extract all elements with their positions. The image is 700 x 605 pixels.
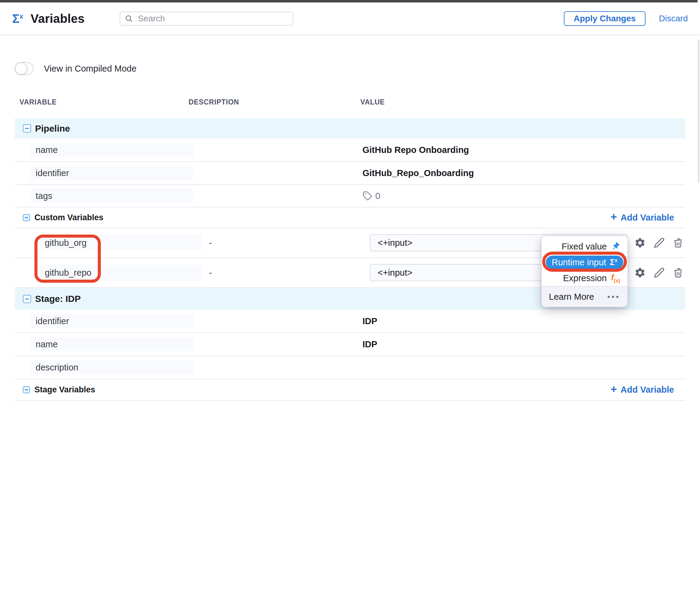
- value-pipeline-identifier: GitHub_Repo_Onboarding: [362, 168, 474, 178]
- variable-label-identifier: identifier: [30, 314, 194, 328]
- variables-panel: Σx Variables Apply Changes Discard View …: [0, 0, 700, 605]
- row-pipeline-name: name GitHub Repo Onboarding: [15, 138, 685, 162]
- vertical-scrollbar[interactable]: [698, 40, 699, 183]
- compiled-mode-toggle[interactable]: [15, 62, 33, 75]
- search-input[interactable]: [120, 11, 293, 26]
- row-stage-name: name IDP: [15, 333, 685, 356]
- row-actions: [634, 237, 683, 249]
- description-empty: -: [209, 238, 212, 248]
- section-pipeline: Pipeline: [15, 118, 685, 138]
- menu-footer: Learn More •••: [542, 286, 627, 307]
- subsection-custom-variables: Custom Variables + Add Variable: [15, 207, 685, 228]
- variable-label-name: name: [30, 143, 194, 157]
- add-variable-button[interactable]: + Add Variable: [610, 384, 674, 396]
- settings-gear-icon[interactable]: [634, 267, 646, 278]
- variable-label-github-repo: github_repo: [40, 265, 202, 281]
- expression-label: Expression: [563, 273, 606, 283]
- value-pipeline-name: GitHub Repo Onboarding: [362, 145, 469, 155]
- edit-pencil-icon[interactable]: [654, 267, 665, 278]
- compiled-mode-row: View in Compiled Mode: [15, 61, 136, 76]
- more-options-dots-icon[interactable]: •••: [607, 292, 620, 302]
- subsection-stage-variables: Stage Variables + Add Variable: [15, 379, 685, 401]
- row-stage-description: description: [15, 356, 685, 379]
- variable-label-description: description: [30, 360, 194, 374]
- search-box: [120, 11, 293, 26]
- subsection-title-stage-variables: Stage Variables: [34, 385, 95, 395]
- menu-item-runtime-input[interactable]: Runtime input Σx: [546, 256, 623, 269]
- fixed-value-label: Fixed value: [562, 242, 607, 252]
- row-actions: [634, 267, 683, 278]
- subsection-title-custom-variables: Custom Variables: [34, 213, 104, 222]
- add-variable-label: Add Variable: [621, 212, 674, 223]
- top-dark-bar: [0, 0, 698, 2]
- delete-trash-icon[interactable]: [673, 237, 683, 248]
- menu-item-fixed-value[interactable]: Fixed value: [542, 238, 627, 254]
- edit-pencil-icon[interactable]: [654, 237, 665, 248]
- toggle-knob: [15, 63, 27, 74]
- panel-header: Σx Variables Apply Changes Discard: [0, 2, 700, 35]
- column-header-description: DESCRIPTION: [189, 98, 239, 106]
- variable-label-tags: tags: [30, 189, 194, 203]
- row-stage-identifier: identifier IDP: [15, 310, 685, 333]
- add-variable-button[interactable]: + Add Variable: [610, 212, 674, 223]
- row-pipeline-tags: tags 0: [15, 185, 685, 207]
- page-title: Variables: [30, 12, 84, 26]
- collapse-icon[interactable]: [23, 386, 30, 393]
- value-pipeline-tags: 0: [362, 191, 380, 201]
- learn-more-link[interactable]: Learn More: [549, 292, 594, 302]
- runtime-input-label: Runtime input: [552, 257, 606, 268]
- table-column-headers: VARIABLE DESCRIPTION VALUE: [15, 98, 685, 110]
- section-title-stage-idp: Stage: IDP: [35, 294, 81, 304]
- delete-trash-icon[interactable]: [673, 267, 683, 278]
- runtime-sigma-icon: Σx: [12, 12, 23, 25]
- tags-count: 0: [375, 191, 380, 201]
- apply-changes-button[interactable]: Apply Changes: [564, 11, 646, 26]
- pin-icon: [609, 240, 622, 253]
- search-icon: [125, 14, 133, 23]
- section-title-pipeline: Pipeline: [35, 123, 70, 134]
- plus-icon: +: [610, 211, 617, 222]
- header-actions: Apply Changes Discard: [564, 11, 688, 26]
- add-variable-label: Add Variable: [621, 385, 674, 395]
- column-header-variable: VARIABLE: [20, 98, 57, 106]
- expression-fx-icon: f(x): [611, 273, 620, 284]
- tag-icon: [362, 191, 372, 201]
- runtime-sigma-icon: Σx: [610, 258, 618, 267]
- value-stage-name: IDP: [362, 339, 377, 349]
- value-type-menu: Fixed value Runtime input Σx Expression …: [542, 236, 627, 307]
- collapse-icon[interactable]: [23, 214, 30, 221]
- settings-gear-icon[interactable]: [634, 237, 646, 249]
- discard-link[interactable]: Discard: [659, 14, 688, 23]
- plus-icon: +: [610, 384, 617, 395]
- description-empty: -: [209, 268, 212, 278]
- value-stage-identifier: IDP: [362, 316, 377, 326]
- variable-label-name: name: [30, 337, 194, 351]
- variable-label-github-org: github_org: [40, 235, 202, 251]
- variable-label-identifier: identifier: [30, 166, 194, 180]
- collapse-icon[interactable]: [23, 295, 31, 303]
- compiled-mode-label: View in Compiled Mode: [44, 64, 136, 74]
- row-pipeline-identifier: identifier GitHub_Repo_Onboarding: [15, 162, 685, 185]
- column-header-value: VALUE: [360, 98, 385, 106]
- collapse-icon[interactable]: [23, 124, 31, 132]
- menu-item-expression[interactable]: Expression f(x): [542, 270, 627, 286]
